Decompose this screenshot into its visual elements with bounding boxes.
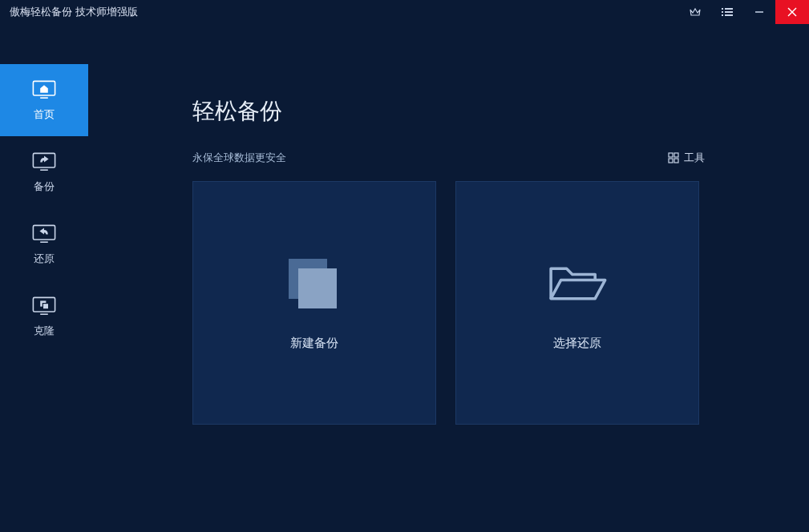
card-select-restore[interactable]: 选择还原: [455, 181, 699, 425]
svg-rect-19: [669, 153, 673, 157]
cards-row: 新建备份 选择还原: [192, 181, 705, 425]
tools-label: 工具: [684, 151, 705, 165]
svg-rect-20: [674, 153, 678, 157]
svg-rect-3: [725, 11, 733, 13]
card-label: 选择还原: [553, 336, 601, 351]
svg-rect-4: [722, 14, 723, 16]
titlebar: 傲梅轻松备份 技术师增强版: [0, 0, 809, 24]
sidebar-item-home[interactable]: 首页: [0, 64, 88, 136]
svg-rect-0: [722, 8, 723, 10]
grid-icon: [668, 152, 679, 163]
subtitle-row: 永保全球数据更安全 工具: [192, 151, 705, 165]
app-title: 傲梅轻松备份 技术师增强版: [10, 5, 679, 19]
card-label: 新建备份: [290, 336, 338, 351]
sidebar-item-clone[interactable]: 克隆: [0, 280, 88, 353]
sidebar-item-backup[interactable]: 备份: [0, 136, 88, 208]
home-monitor-icon: [31, 79, 57, 99]
stacked-files-icon: [282, 256, 346, 312]
svg-rect-24: [298, 268, 337, 308]
card-new-backup[interactable]: 新建备份: [192, 181, 436, 425]
page-subtitle: 永保全球数据更安全: [192, 151, 286, 165]
backup-monitor-icon: [31, 151, 57, 171]
close-button[interactable]: [775, 0, 809, 24]
svg-rect-21: [669, 159, 673, 163]
menu-list-icon: [722, 7, 733, 17]
svg-rect-5: [725, 14, 733, 16]
svg-rect-2: [722, 11, 723, 13]
folder-open-icon: [545, 256, 609, 312]
sidebar-item-label: 克隆: [34, 324, 55, 338]
crown-icon: [690, 7, 701, 17]
sidebar-item-restore[interactable]: 还原: [0, 208, 88, 280]
svg-rect-1: [725, 8, 733, 10]
menu-button[interactable]: [711, 0, 743, 24]
svg-rect-22: [674, 159, 678, 163]
sidebar-item-label: 还原: [34, 252, 55, 266]
crown-button[interactable]: [679, 0, 711, 24]
restore-monitor-icon: [31, 223, 57, 244]
main-content: 轻松备份 永保全球数据更安全 工具 新建备份: [88, 24, 809, 532]
sidebar-item-label: 备份: [34, 179, 55, 194]
minimize-button[interactable]: [743, 0, 775, 24]
titlebar-controls: [679, 0, 809, 24]
page-title: 轻松备份: [192, 96, 705, 127]
sidebar-item-label: 首页: [34, 107, 55, 122]
tools-link[interactable]: 工具: [668, 151, 705, 165]
svg-rect-18: [42, 304, 48, 309]
close-icon: [787, 7, 797, 17]
minimize-icon: [754, 7, 764, 17]
clone-monitor-icon: [31, 295, 57, 316]
sidebar: 首页 备份 还原 克隆: [0, 24, 88, 532]
